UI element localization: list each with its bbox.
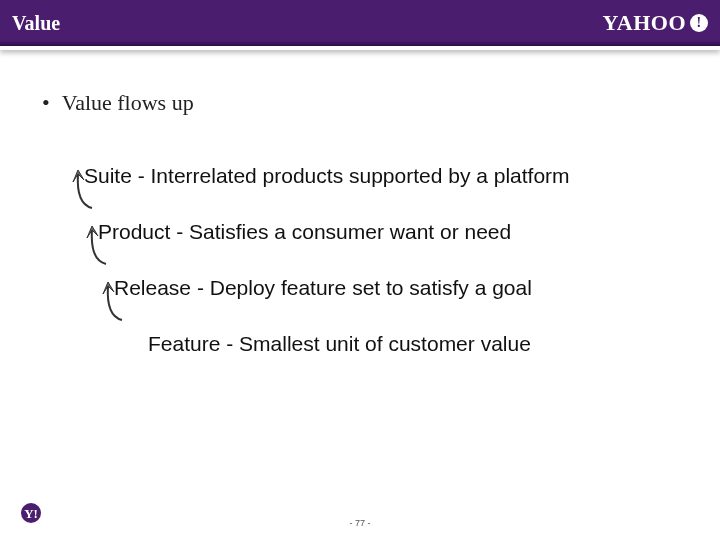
slide-title: Value (12, 12, 60, 35)
bullet-icon: • (42, 92, 50, 114)
hierarchy-text: Feature - Smallest unit of customer valu… (148, 332, 531, 356)
yahoo-logo-text: YAHOO (602, 10, 686, 36)
hierarchy-row: Release - Deploy feature set to satisfy … (34, 260, 686, 316)
hierarchy-row: Suite - Interrelated products supported … (34, 148, 686, 204)
content-area: • Value flows up Suite - Interrelated pr… (0, 50, 720, 372)
hierarchy-row: Feature - Smallest unit of customer valu… (34, 316, 686, 372)
footer: Y! - 77 - (0, 512, 720, 530)
yahoo-logo: YAHOO! (602, 10, 708, 36)
page-number: - 77 - (349, 518, 370, 528)
hierarchy-row: Product - Satisfies a consumer want or n… (34, 204, 686, 260)
header-bar: Value YAHOO! (0, 0, 720, 50)
bullet-text: Value flows up (62, 90, 194, 116)
bullet-heading: • Value flows up (42, 90, 686, 116)
slide: Value YAHOO! • Value flows up Suite (0, 0, 720, 540)
hierarchy-text: Product - Satisfies a consumer want or n… (98, 220, 511, 244)
yahoo-bang-icon: ! (690, 14, 708, 32)
svg-text:Y!: Y! (24, 506, 38, 521)
yahoo-y-icon: Y! (20, 502, 42, 524)
hierarchy-list: Suite - Interrelated products supported … (34, 148, 686, 372)
hierarchy-text: Suite - Interrelated products supported … (84, 164, 570, 188)
hierarchy-text: Release - Deploy feature set to satisfy … (114, 276, 532, 300)
